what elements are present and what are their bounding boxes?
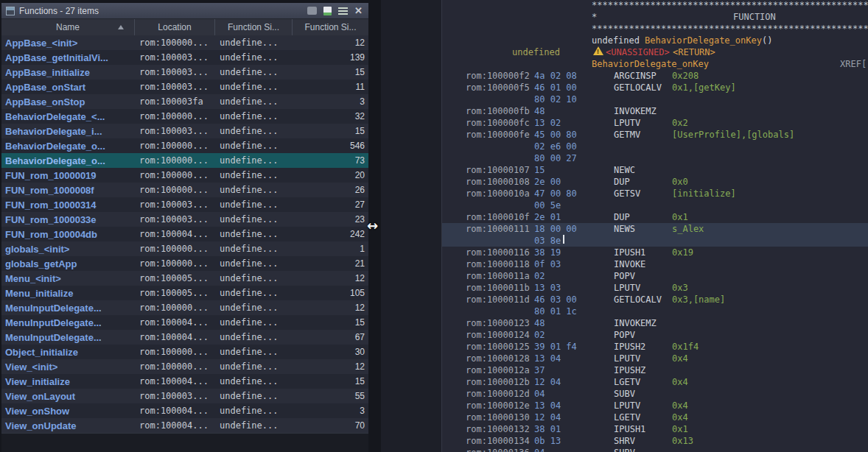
table-row[interactable]: View_onShowrom:100004...undefine...3 xyxy=(1,403,368,418)
table-row[interactable]: BehaviorDelegate_i...rom:100003...undefi… xyxy=(1,124,368,138)
table-row[interactable]: View_initializerom:100004...undefine...1… xyxy=(1,374,368,389)
asm-line[interactable]: rom:1000011a02POPV xyxy=(442,270,868,282)
listing-line[interactable]: ****************************************… xyxy=(442,23,868,35)
asm-line[interactable]: rom:100000fe45 00 80GETMV[UserProfile],[… xyxy=(442,129,868,141)
operand: 0x0 xyxy=(672,176,688,188)
asm-line[interactable]: 80 01 1c xyxy=(442,306,868,317)
asm-line[interactable]: rom:1000013238 01IPUSH10x1 xyxy=(442,423,868,435)
table-row[interactable]: Menu_initializerom:100005...undefine...1… xyxy=(1,286,368,300)
column-header-size-label: Function Si... xyxy=(304,22,356,32)
bytes: 04 xyxy=(534,388,545,400)
asm-line[interactable]: rom:100001082e 00DUP0x0 xyxy=(442,176,868,188)
asm-line[interactable]: rom:1000013012 04LGETV0x4 xyxy=(442,412,868,423)
table-row[interactable]: BehaviorDelegate_o...rom:100000...undefi… xyxy=(1,138,368,153)
address: rom:1000011b xyxy=(466,282,530,294)
asm-line[interactable]: rom:1000012a37IPUSHZ xyxy=(442,364,868,376)
bytes: 80 02 10 xyxy=(534,93,577,105)
table-row[interactable]: MenuInputDelegate...rom:100004...undefin… xyxy=(1,315,368,330)
mnemonic: LPUTV xyxy=(614,400,640,412)
column-header-name[interactable]: Name xyxy=(1,19,135,35)
table-row[interactable]: AppBase_getInitialVi...rom:100003...unde… xyxy=(1,50,368,65)
table-row[interactable]: BehaviorDelegate_<...rom:100000...undefi… xyxy=(1,109,368,124)
panel-splitter[interactable]: ↔ xyxy=(368,0,381,452)
location-cell: rom:100000... xyxy=(135,185,215,195)
function-signature-cell: undefine... xyxy=(215,170,293,180)
location-cell: rom:100004... xyxy=(135,332,215,342)
listing-line[interactable]: undefined BehaviorDelegate_onKey() xyxy=(442,35,868,46)
asm-line[interactable]: rom:1000012813 04LPUTV0x4 xyxy=(442,353,868,364)
asm-line[interactable]: rom:100000fb48INVOKEMZ xyxy=(442,105,868,117)
asm-line[interactable]: 02 e6 00 xyxy=(442,141,868,152)
column-header-function-signature[interactable]: Function Si... xyxy=(215,19,293,35)
asm-line[interactable]: rom:100000f24a 02 08ARGCINSP0x208 xyxy=(442,70,868,82)
bytes: 46 01 00 xyxy=(534,82,577,93)
column-header-location[interactable]: Location xyxy=(135,19,215,35)
function-signature-cell: undefine... xyxy=(215,52,293,63)
asm-line[interactable]: 80 00 27 xyxy=(442,152,868,164)
asm-line[interactable]: rom:1000010715NEWC xyxy=(442,164,868,176)
asm-line[interactable]: rom:1000011118 00 00NEWSs_Alex xyxy=(442,223,868,235)
asm-line[interactable]: rom:1000012e13 04LPUTV0x4 xyxy=(442,400,868,412)
function-signature-cell: undefine... xyxy=(215,406,293,416)
asm-line[interactable]: rom:1000011638 19IPUSH10x19 xyxy=(442,247,868,258)
table-row[interactable]: BehaviorDelegate_o...rom:100000...undefi… xyxy=(1,153,368,168)
mnemonic: POPV xyxy=(614,329,635,341)
close-icon[interactable]: ✕ xyxy=(354,6,363,15)
asm-line[interactable]: 80 02 10 xyxy=(442,93,868,105)
function-size-cell: 12 xyxy=(293,273,368,283)
table-row[interactable]: FUN_rom_1000008from:100000...undefine...… xyxy=(1,183,368,197)
table-row[interactable]: globals_getApprom:100000...undefine...21 xyxy=(1,256,368,271)
table-row[interactable]: FUN_rom_10000019rom:100000...undefine...… xyxy=(1,168,368,183)
asm-line[interactable]: rom:100000fc13 02LPUTV0x2 xyxy=(442,117,868,129)
table-row[interactable]: FUN_rom_1000033erom:100003...undefine...… xyxy=(1,212,368,227)
functions-panel-titlebar[interactable]: Functions - 27 items ✕ xyxy=(1,3,368,19)
titlebar-icons: ✕ xyxy=(307,6,364,15)
table-row[interactable]: AppBase_initializerom:100003...undefine.… xyxy=(1,65,368,80)
listing-line[interactable]: *FUNCTION xyxy=(442,11,868,23)
list-menu-icon[interactable] xyxy=(338,7,348,15)
table-row[interactable]: Menu_<init>rom:100005...undefine...12 xyxy=(1,271,368,286)
snapshot-icon[interactable] xyxy=(323,7,332,15)
address: rom:1000012b xyxy=(466,376,530,388)
table-row[interactable]: AppBase_<init>rom:100000...undefine...12 xyxy=(1,35,368,50)
column-header-function-size[interactable]: Function Si... xyxy=(293,19,368,35)
asm-line[interactable]: rom:1000012d04SUBV xyxy=(442,388,868,400)
asm-line[interactable]: 00 5e xyxy=(442,199,868,211)
table-row[interactable]: Object_initializerom:100000...undefine..… xyxy=(1,345,368,359)
warning-icon xyxy=(593,46,603,55)
asm-line[interactable]: rom:1000010f2e 01DUP0x1 xyxy=(442,211,868,223)
table-row[interactable]: View_onLayoutrom:100003...undefine...55 xyxy=(1,389,368,403)
listing-line[interactable]: BehaviorDelegate_onKeyXREF[ xyxy=(442,58,868,70)
asm-line[interactable]: rom:100001180f 03INVOKE xyxy=(442,258,868,270)
table-row[interactable]: MenuInputDelegate...rom:100004...undefin… xyxy=(1,330,368,345)
asm-line[interactable]: rom:1000013604SUBV xyxy=(442,447,868,452)
listing-line[interactable]: ****************************************… xyxy=(442,0,868,11)
float-window-icon[interactable] xyxy=(307,7,317,15)
bytes: 48 xyxy=(534,105,545,117)
bytes: 15 xyxy=(534,164,545,176)
table-row[interactable]: MenuInputDelegate...rom:100000...undefin… xyxy=(1,300,368,315)
table-row[interactable]: FUN_rom_10000314rom:100003...undefine...… xyxy=(1,197,368,212)
asm-line[interactable]: rom:1000012402POPV xyxy=(442,329,868,341)
table-row[interactable]: FUN_rom_100004dbrom:100004...undefine...… xyxy=(1,227,368,241)
table-row[interactable]: AppBase_onStartrom:100003...undefine...1… xyxy=(1,80,368,94)
table-row[interactable]: globals_<init>rom:100000...undefine...1 xyxy=(1,241,368,256)
asm-line[interactable]: rom:1000011b13 03LPUTV0x3 xyxy=(442,282,868,294)
asm-line[interactable]: rom:1000011d46 03 00GETLOCALV0x3,[name] xyxy=(442,294,868,306)
functions-window-icon xyxy=(6,7,15,15)
asm-line[interactable]: rom:1000010a47 00 80GETSV[initialize] xyxy=(442,188,868,199)
asm-line[interactable]: rom:100000f546 01 00GETLOCALV0x1,[getKey… xyxy=(442,82,868,93)
asm-line[interactable]: rom:100001340b 13SHRV0x13 xyxy=(442,435,868,447)
asm-line[interactable]: rom:1000012348INVOKEMZ xyxy=(442,317,868,329)
table-row[interactable]: AppBase_onStoprom:100003faundefine...3 xyxy=(1,94,368,109)
table-row[interactable]: View_<init>rom:100000...undefine...12 xyxy=(1,359,368,374)
function-signature-cell: undefine... xyxy=(215,420,293,431)
function-size-cell: 12 xyxy=(293,303,368,313)
table-row[interactable]: View_onUpdaterom:100004...undefine...70 xyxy=(1,418,368,433)
asm-line[interactable]: rom:1000012b12 04LGETV0x4 xyxy=(442,376,868,388)
asm-line[interactable]: rom:1000012539 01 f4IPUSH20x1f4 xyxy=(442,341,868,353)
mnemonic: IPUSHZ xyxy=(614,364,645,376)
function-name-cell: View_<init> xyxy=(1,361,135,372)
listing-line[interactable]: undefined<UNASSIGNED><RETURN> xyxy=(442,46,868,58)
asm-line[interactable]: 03 8e xyxy=(442,235,868,247)
